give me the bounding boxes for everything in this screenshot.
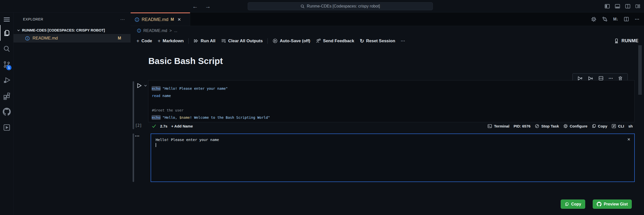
code-token: "Hello, xyxy=(162,116,179,120)
add-code-label: Code xyxy=(141,38,152,44)
workbench: 1 EXPLORER ⋯ RUNME-CDES [CODESP xyxy=(0,12,644,215)
toggle-secondary-sidebar-icon[interactable] xyxy=(625,3,631,9)
explorer-more-actions-icon[interactable]: ⋯ xyxy=(120,16,125,22)
stop-task-label: Stop Task xyxy=(541,124,559,128)
terminal-button[interactable]: Terminal xyxy=(487,124,509,128)
preview-gist-button[interactable]: Preview Gist xyxy=(593,200,632,209)
configure-button[interactable]: Configure xyxy=(563,124,587,128)
code-token: "Hello! Please enter your name" xyxy=(162,86,228,90)
run-cell-icon[interactable] xyxy=(136,82,142,89)
add-name-button[interactable]: + Add Name xyxy=(171,124,193,128)
nav-forward-icon[interactable]: → xyxy=(205,3,211,10)
editor-group: README.md M ✕ M↓ ⋯ README.md > ... xyxy=(131,12,644,215)
copy-icon xyxy=(565,202,569,206)
output-focus-bar[interactable] xyxy=(133,134,134,182)
run-debug-icon xyxy=(3,76,11,84)
send-feedback-label: Send Feedback xyxy=(323,38,354,44)
breadcrumb-more[interactable]: ... xyxy=(174,28,177,33)
reset-session-button[interactable]: ↻ Reset Session xyxy=(357,38,398,44)
output-close-icon[interactable]: ✕ xyxy=(627,136,630,142)
cell-focus-bar[interactable] xyxy=(133,81,134,129)
tab-close-icon[interactable]: ✕ xyxy=(177,17,181,22)
clear-all-outputs-label: Clear All Outputs xyxy=(228,38,263,44)
workspace-section-header[interactable]: RUNME-CDES [CODESPACES: CRISPY ROBOT] xyxy=(14,26,131,34)
stop-task-button[interactable]: Stop Task xyxy=(535,124,559,128)
editor-scrollbar[interactable] xyxy=(638,45,642,95)
cli-icon xyxy=(611,124,616,128)
send-feedback-button[interactable]: Send Feedback xyxy=(313,38,357,44)
breadcrumb-separator: > xyxy=(169,28,172,33)
add-code-cell-button[interactable]: + Code xyxy=(134,38,155,44)
code-token: read xyxy=(152,94,160,98)
run-all-button[interactable]: Run All xyxy=(191,38,218,44)
cell-output: ⋯ Hello! Please enter your name ✕ xyxy=(133,134,635,182)
code-token: echo xyxy=(152,86,160,90)
breadcrumb-file[interactable]: README.md xyxy=(143,28,167,33)
explorer-sidebar: EXPLORER ⋯ RUNME-CDES [CODESPACES: CRISP… xyxy=(14,12,131,215)
search-icon xyxy=(3,45,11,53)
clear-outputs-icon xyxy=(221,38,226,44)
terminal-output[interactable]: Hello! Please enter your name ✕ xyxy=(151,134,635,182)
run-options-chevron-icon[interactable] xyxy=(144,84,147,87)
tab-bar: README.md M ✕ M↓ ⋯ xyxy=(131,12,644,26)
toggle-panel-icon[interactable] xyxy=(614,3,620,9)
code-token: echo xyxy=(152,116,160,120)
kebab-icon: ⋯ xyxy=(401,38,405,44)
toolbar-more-actions[interactable]: ⋯ xyxy=(398,38,408,44)
terminal-cursor xyxy=(156,143,156,147)
sidebar-item-github[interactable] xyxy=(0,104,13,120)
search-text: Runme-CDEs [Codespaces: crispy robot] xyxy=(307,4,380,8)
sidebar-item-source-control[interactable]: 1 xyxy=(0,56,13,72)
runme-brand-label: RUNME xyxy=(621,38,638,44)
menu-icon[interactable] xyxy=(0,14,13,25)
github-icon xyxy=(597,202,601,206)
auto-save-label: Auto-Save (off) xyxy=(280,38,310,44)
file-name: README.md xyxy=(33,36,58,41)
source-control-badge: 1 xyxy=(6,65,12,70)
settings-gear-icon[interactable] xyxy=(591,16,596,22)
editor-more-actions-icon[interactable]: ⋯ xyxy=(635,16,639,22)
pid-label: PID: 6576 xyxy=(514,124,531,128)
file-modified-badge: M xyxy=(118,36,121,40)
sidebar-item-search[interactable] xyxy=(0,41,13,56)
runme-panel-icon xyxy=(3,124,11,132)
code-line: echo"Hello, $name! Welcome to the Bash S… xyxy=(152,114,634,121)
notebook-content: Basic Bash Script ⋯ xyxy=(131,46,644,215)
sidebar-item-extensions[interactable] xyxy=(0,88,13,104)
explorer-title: EXPLORER xyxy=(23,17,43,21)
execution-order: [2] xyxy=(135,123,142,128)
output-more-actions-icon[interactable]: ⋯ xyxy=(135,133,140,139)
sidebar-item-runme[interactable] xyxy=(0,120,13,135)
add-markdown-cell-button[interactable]: + Markdown xyxy=(155,38,186,44)
customize-layout-icon[interactable] xyxy=(635,4,640,9)
copy-cell-button[interactable]: Copy xyxy=(592,124,607,128)
search-icon xyxy=(300,4,305,8)
vscode-window: ← → Runme-CDEs [Codespaces: crispy robot… xyxy=(0,0,644,215)
breadcrumb[interactable]: README.md > ... xyxy=(131,26,644,35)
reset-session-label: Reset Session xyxy=(366,38,395,44)
cli-button[interactable]: CLI xyxy=(611,124,624,128)
toolbar-divider xyxy=(267,38,268,44)
auto-save-toggle[interactable]: Auto-Save (off) xyxy=(270,38,313,44)
nav-back-icon[interactable]: ← xyxy=(192,3,198,10)
command-center-search[interactable]: Runme-CDEs [Codespaces: crispy robot] xyxy=(248,2,433,10)
sidebar-item-run-debug[interactable] xyxy=(0,72,13,88)
file-row-readme[interactable]: README.md M xyxy=(14,34,131,42)
toggle-sidebar-icon[interactable] xyxy=(604,3,610,9)
add-markdown-label: Markdown xyxy=(163,38,184,44)
code-cell: ⋯ echo"Hello! Please enter your name" re… xyxy=(133,80,635,130)
markdown-preview-icon[interactable]: M↓ xyxy=(613,17,618,22)
title-bar: ← → Runme-CDEs [Codespaces: crispy robot… xyxy=(0,0,644,12)
compare-changes-icon[interactable] xyxy=(602,16,608,22)
sidebar-item-explorer[interactable] xyxy=(0,25,13,41)
split-editor-icon[interactable] xyxy=(623,16,629,22)
code-editor[interactable]: echo"Hello! Please enter your name" read… xyxy=(148,80,634,122)
tab-readme[interactable]: README.md M ✕ xyxy=(131,12,190,26)
language-picker[interactable]: sh xyxy=(628,124,633,128)
output-action-buttons: Copy Preview Gist xyxy=(561,200,632,209)
copy-output-button[interactable]: Copy xyxy=(561,200,585,209)
plus-icon: + xyxy=(158,38,161,44)
success-check-icon xyxy=(152,124,156,128)
clear-all-outputs-button[interactable]: Clear All Outputs xyxy=(218,38,265,44)
info-icon xyxy=(137,28,141,33)
